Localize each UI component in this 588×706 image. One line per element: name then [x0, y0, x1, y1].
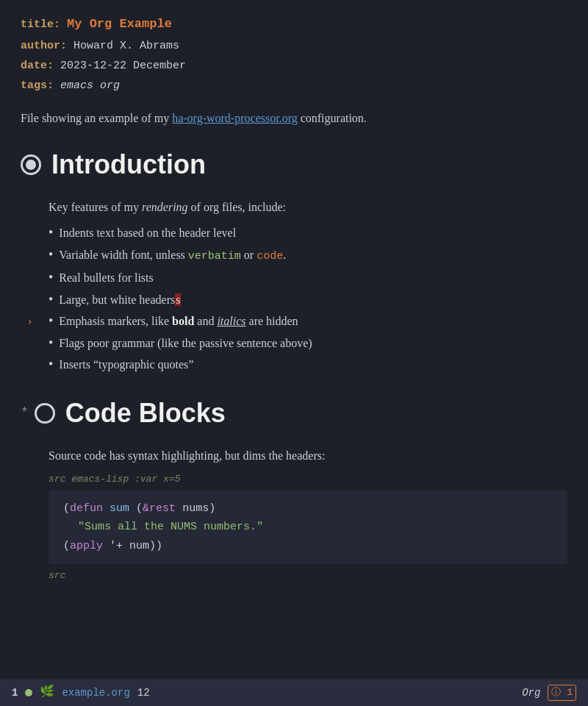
- intro-text-before: File showing an example of my: [21, 112, 172, 124]
- introduction-bullet-icon: [21, 154, 41, 175]
- meta-tags-line: tags: emacs org: [21, 76, 567, 96]
- list-item: • Inserts “typographic quotes”: [49, 355, 567, 374]
- meta-author-line: author: Howard X. Abrams: [21, 36, 567, 56]
- meta-date-key: date:: [21, 60, 54, 72]
- src-label-bottom: src: [49, 568, 567, 584]
- intro-link[interactable]: ha-org-word-processor.org: [172, 112, 297, 124]
- meta-date-line: date: 2023-12-22 December: [21, 56, 567, 76]
- list-item: • Real bullets for lists: [49, 268, 567, 288]
- meta-tags-value: emacs org: [60, 79, 120, 92]
- list-item-text: Inserts “typographic quotes”: [59, 355, 193, 374]
- metadata-block: title: My Org Example author: Howard X. …: [21, 13, 567, 96]
- introduction-body: Key features of my rendering of org file…: [21, 198, 567, 374]
- list-item-text: Indents text based on the header level: [59, 224, 236, 243]
- code-section-body: Source code has syntax highlighting, but…: [21, 446, 567, 585]
- verbatim-text: verbatim: [188, 250, 241, 263]
- meta-title-value: My Org Example: [67, 17, 172, 31]
- status-info-badge: ⓘ 1: [548, 685, 576, 702]
- list-item-text: Variable width font, unless verbatim or …: [59, 246, 286, 265]
- meta-title-key: title:: [21, 18, 60, 31]
- intro-text-before-italic: Key features of my: [49, 201, 142, 213]
- code-line-2: "Sums all the NUMS numbers.": [63, 518, 553, 537]
- code-blocks-title: Code Blocks: [65, 392, 226, 435]
- status-line-number: 1: [12, 685, 18, 701]
- status-filename: example.org: [62, 685, 129, 701]
- intro-italic: rendering: [142, 201, 188, 213]
- status-mode: Org: [522, 685, 540, 701]
- code-line-1: (defun sum (&rest nums): [63, 499, 553, 518]
- italic-text: italics: [217, 315, 245, 327]
- cursor-marker: s: [175, 293, 181, 306]
- list-item: • Variable width font, unless verbatim o…: [49, 246, 567, 265]
- bullet-dot: •: [49, 357, 53, 371]
- code-blocks-bullet-icon: [35, 403, 55, 424]
- meta-author-key: author:: [21, 40, 67, 52]
- bullet-dot: •: [49, 226, 53, 239]
- bullet-list: • Indents text based on the header level…: [49, 224, 567, 374]
- intro-paragraph: File showing an example of my ha-org-wor…: [21, 109, 567, 128]
- introduction-heading: Introduction: [21, 143, 567, 186]
- code-line-3: (apply '+ num)): [63, 537, 553, 556]
- bullet-dot: •: [49, 248, 53, 261]
- list-item-with-arrow: › • Emphasis markers, like bold and ital…: [49, 312, 567, 331]
- intro-text-after-italic: of org files, include:: [188, 201, 286, 213]
- meta-author-value: Howard X. Abrams: [74, 40, 179, 52]
- bullet-dot: •: [49, 314, 53, 327]
- meta-title-line: title: My Org Example: [21, 13, 567, 36]
- code-section-star: *: [21, 402, 29, 424]
- bullet-dot: •: [49, 336, 53, 349]
- status-bar: 1 🌿 example.org 12 Org ⓘ 1: [0, 680, 588, 706]
- list-item: • Large, but white headerss: [49, 290, 567, 310]
- meta-tags-key: tags:: [21, 79, 54, 92]
- list-item-text: Emphasis markers, like bold and italics …: [59, 312, 298, 331]
- code-blocks-heading: * Code Blocks: [21, 392, 567, 435]
- bullet-dot: •: [49, 293, 53, 306]
- src-label-top: src emacs-lisp :var x=5: [49, 472, 567, 488]
- bold-text: bold: [172, 315, 194, 327]
- section-intro-text: Key features of my rendering of org file…: [49, 198, 567, 217]
- emacs-icon: 🌿: [40, 683, 54, 702]
- code-section-intro: Source code has syntax highlighting, but…: [49, 446, 567, 466]
- arrow-icon: ›: [28, 312, 32, 331]
- list-item: • Indents text based on the header level: [49, 224, 567, 243]
- main-content: title: My Org Example author: Howard X. …: [0, 0, 588, 680]
- bullet-dot: •: [49, 271, 53, 284]
- meta-date-value: 2023-12-22 December: [60, 60, 186, 72]
- introduction-title: Introduction: [51, 143, 206, 186]
- list-item-text: Large, but white headerss: [59, 290, 181, 310]
- list-item-text: Flags poor grammar (like the passive sen…: [59, 334, 312, 353]
- intro-text-after: configuration.: [298, 112, 367, 124]
- list-item-text: Real bullets for lists: [59, 268, 153, 288]
- list-item: • Flags poor grammar (like the passive s…: [49, 334, 567, 353]
- code-text: code: [257, 250, 283, 263]
- status-column: 12: [137, 685, 150, 701]
- code-block: (defun sum (&rest nums) "Sums all the NU…: [49, 491, 567, 565]
- status-dot-icon: [25, 689, 32, 696]
